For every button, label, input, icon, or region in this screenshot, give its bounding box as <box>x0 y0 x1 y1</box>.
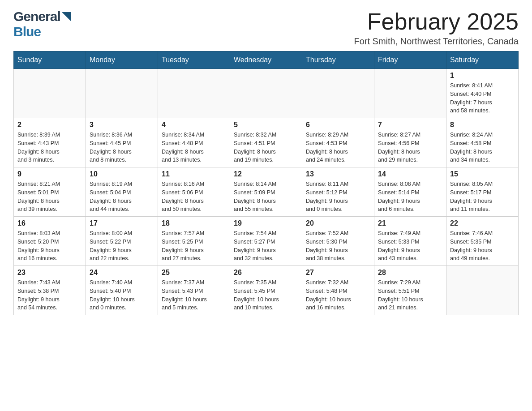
calendar-body: 1Sunrise: 8:41 AMSunset: 4:40 PMDaylight… <box>14 69 519 315</box>
day-number: 16 <box>17 219 82 227</box>
logo-blue-text: Blue <box>13 24 41 39</box>
calendar-cell: 15Sunrise: 8:05 AMSunset: 5:17 PMDayligh… <box>446 167 519 217</box>
day-number: 12 <box>234 170 298 178</box>
day-number: 5 <box>234 121 298 129</box>
calendar-cell: 5Sunrise: 8:32 AMSunset: 4:51 PMDaylight… <box>230 118 302 167</box>
day-of-week-friday: Friday <box>374 51 446 69</box>
day-number: 28 <box>378 269 442 277</box>
calendar-cell <box>302 69 374 118</box>
day-info: Sunrise: 8:34 AMSunset: 4:48 PMDaylight:… <box>162 131 226 164</box>
calendar-cell: 21Sunrise: 7:49 AMSunset: 5:33 PMDayligh… <box>374 217 446 266</box>
day-of-week-tuesday: Tuesday <box>158 51 230 69</box>
day-of-week-wednesday: Wednesday <box>230 51 302 69</box>
day-info: Sunrise: 7:35 AMSunset: 5:45 PMDaylight:… <box>234 278 298 312</box>
day-info: Sunrise: 8:19 AMSunset: 5:04 PMDaylight:… <box>90 180 154 214</box>
day-of-week-sunday: Sunday <box>14 51 86 69</box>
calendar-cell: 10Sunrise: 8:19 AMSunset: 5:04 PMDayligh… <box>86 167 158 217</box>
month-title: February 2025 <box>354 9 519 34</box>
day-number: 8 <box>450 121 515 129</box>
day-info: Sunrise: 8:24 AMSunset: 4:58 PMDaylight:… <box>450 131 515 164</box>
day-info: Sunrise: 7:32 AMSunset: 5:48 PMDaylight:… <box>306 278 370 312</box>
calendar-cell: 23Sunrise: 7:43 AMSunset: 5:38 PMDayligh… <box>14 266 86 315</box>
day-number: 14 <box>378 170 442 178</box>
day-number: 27 <box>306 269 370 277</box>
day-info: Sunrise: 8:32 AMSunset: 4:51 PMDaylight:… <box>234 131 298 164</box>
calendar-week-5: 23Sunrise: 7:43 AMSunset: 5:38 PMDayligh… <box>14 266 519 315</box>
day-number: 6 <box>306 121 370 129</box>
day-number: 22 <box>450 219 515 227</box>
day-number: 18 <box>162 219 226 227</box>
day-info: Sunrise: 7:57 AMSunset: 5:25 PMDaylight:… <box>162 229 226 263</box>
calendar-cell: 28Sunrise: 7:29 AMSunset: 5:51 PMDayligh… <box>374 266 446 315</box>
day-info: Sunrise: 8:03 AMSunset: 5:20 PMDaylight:… <box>17 229 82 263</box>
day-number: 21 <box>378 219 442 227</box>
day-info: Sunrise: 8:00 AMSunset: 5:22 PMDaylight:… <box>90 229 154 263</box>
day-number: 17 <box>90 219 154 227</box>
calendar-cell: 6Sunrise: 8:29 AMSunset: 4:53 PMDaylight… <box>302 118 374 167</box>
calendar-cell <box>230 69 302 118</box>
calendar-cell: 19Sunrise: 7:54 AMSunset: 5:27 PMDayligh… <box>230 217 302 266</box>
calendar-cell: 17Sunrise: 8:00 AMSunset: 5:22 PMDayligh… <box>86 217 158 266</box>
day-info: Sunrise: 8:21 AMSunset: 5:01 PMDaylight:… <box>17 180 82 214</box>
day-of-week-thursday: Thursday <box>302 51 374 69</box>
calendar-cell: 13Sunrise: 8:11 AMSunset: 5:12 PMDayligh… <box>302 167 374 217</box>
calendar-cell <box>86 69 158 118</box>
logo-arrow-container <box>60 12 71 21</box>
calendar-header: SundayMondayTuesdayWednesdayThursdayFrid… <box>14 51 519 69</box>
day-number: 11 <box>162 170 226 178</box>
calendar-cell <box>446 266 519 315</box>
title-block: February 2025 Fort Smith, Northwest Terr… <box>354 9 519 47</box>
calendar-week-2: 2Sunrise: 8:39 AMSunset: 4:43 PMDaylight… <box>14 118 519 167</box>
day-number: 2 <box>17 121 82 129</box>
calendar-cell: 4Sunrise: 8:34 AMSunset: 4:48 PMDaylight… <box>158 118 230 167</box>
day-number: 9 <box>17 170 82 178</box>
calendar-cell: 24Sunrise: 7:40 AMSunset: 5:40 PMDayligh… <box>86 266 158 315</box>
day-number: 3 <box>90 121 154 129</box>
day-number: 23 <box>17 269 82 277</box>
day-info: Sunrise: 8:14 AMSunset: 5:09 PMDaylight:… <box>234 180 298 214</box>
day-info: Sunrise: 8:16 AMSunset: 5:06 PMDaylight:… <box>162 180 226 214</box>
day-info: Sunrise: 8:08 AMSunset: 5:14 PMDaylight:… <box>378 180 442 214</box>
day-info: Sunrise: 7:54 AMSunset: 5:27 PMDaylight:… <box>234 229 298 263</box>
calendar-week-4: 16Sunrise: 8:03 AMSunset: 5:20 PMDayligh… <box>14 217 519 266</box>
day-number: 25 <box>162 269 226 277</box>
day-info: Sunrise: 7:43 AMSunset: 5:38 PMDaylight:… <box>17 278 82 312</box>
day-number: 1 <box>450 72 515 80</box>
calendar-cell: 11Sunrise: 8:16 AMSunset: 5:06 PMDayligh… <box>158 167 230 217</box>
day-number: 20 <box>306 219 370 227</box>
calendar-cell: 16Sunrise: 8:03 AMSunset: 5:20 PMDayligh… <box>14 217 86 266</box>
calendar-cell: 27Sunrise: 7:32 AMSunset: 5:48 PMDayligh… <box>302 266 374 315</box>
day-info: Sunrise: 8:41 AMSunset: 4:40 PMDaylight:… <box>450 81 515 115</box>
calendar-cell <box>158 69 230 118</box>
calendar-cell: 7Sunrise: 8:27 AMSunset: 4:56 PMDaylight… <box>374 118 446 167</box>
day-info: Sunrise: 7:29 AMSunset: 5:51 PMDaylight:… <box>378 278 442 312</box>
logo-general-text: General <box>13 9 60 24</box>
day-of-week-monday: Monday <box>86 51 158 69</box>
day-number: 26 <box>234 269 298 277</box>
day-info: Sunrise: 8:27 AMSunset: 4:56 PMDaylight:… <box>378 131 442 164</box>
calendar-cell: 22Sunrise: 7:46 AMSunset: 5:35 PMDayligh… <box>446 217 519 266</box>
calendar-table: SundayMondayTuesdayWednesdayThursdayFrid… <box>13 51 519 315</box>
calendar-cell: 12Sunrise: 8:14 AMSunset: 5:09 PMDayligh… <box>230 167 302 217</box>
day-info: Sunrise: 7:40 AMSunset: 5:40 PMDaylight:… <box>90 278 154 312</box>
calendar-cell: 1Sunrise: 8:41 AMSunset: 4:40 PMDaylight… <box>446 69 519 118</box>
day-info: Sunrise: 7:52 AMSunset: 5:30 PMDaylight:… <box>306 229 370 263</box>
day-info: Sunrise: 8:05 AMSunset: 5:17 PMDaylight:… <box>450 180 515 214</box>
calendar-cell: 25Sunrise: 7:37 AMSunset: 5:43 PMDayligh… <box>158 266 230 315</box>
day-info: Sunrise: 7:46 AMSunset: 5:35 PMDaylight:… <box>450 229 515 263</box>
day-of-week-saturday: Saturday <box>446 51 519 69</box>
day-number: 7 <box>378 121 442 129</box>
calendar-cell <box>374 69 446 118</box>
day-info: Sunrise: 8:39 AMSunset: 4:43 PMDaylight:… <box>17 131 82 164</box>
calendar-cell: 18Sunrise: 7:57 AMSunset: 5:25 PMDayligh… <box>158 217 230 266</box>
calendar-week-1: 1Sunrise: 8:41 AMSunset: 4:40 PMDaylight… <box>14 69 519 118</box>
day-number: 13 <box>306 170 370 178</box>
calendar-cell: 2Sunrise: 8:39 AMSunset: 4:43 PMDaylight… <box>14 118 86 167</box>
day-info: Sunrise: 8:11 AMSunset: 5:12 PMDaylight:… <box>306 180 370 214</box>
page-header: General Blue February 2025 Fort Smith, N… <box>13 9 519 47</box>
logo-arrow-icon <box>62 12 71 21</box>
calendar-cell <box>14 69 86 118</box>
calendar-cell: 9Sunrise: 8:21 AMSunset: 5:01 PMDaylight… <box>14 167 86 217</box>
day-number: 24 <box>90 269 154 277</box>
location-subtitle: Fort Smith, Northwest Territories, Canad… <box>354 36 519 47</box>
